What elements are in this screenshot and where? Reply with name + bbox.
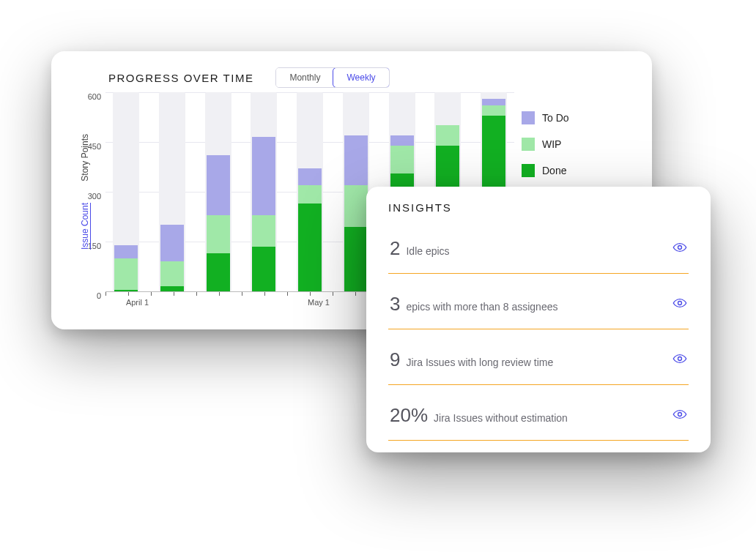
insight-label: Jira Issues with long review time xyxy=(406,356,553,368)
bar-slot xyxy=(108,92,144,291)
legend-item-done: Done xyxy=(522,164,631,177)
insight-value: 9 xyxy=(390,348,400,371)
bar-segment-todo xyxy=(207,155,230,215)
legend-label-wip: WIP xyxy=(542,138,561,150)
swatch-todo xyxy=(522,111,535,124)
bar-stack[interactable] xyxy=(298,168,322,291)
bar-segment-done xyxy=(252,247,275,291)
bar-segment-done xyxy=(207,253,230,291)
bar-segment-todo xyxy=(482,99,505,105)
bar-segment-todo xyxy=(252,137,275,215)
xtick-label: April 1 xyxy=(126,298,149,307)
bar-segment-todo xyxy=(114,245,138,258)
legend-item-wip: WIP xyxy=(522,138,631,151)
insight-label: epics with more than 8 assignees xyxy=(406,301,557,313)
insight-row: 2Idle epics xyxy=(388,218,689,274)
bar-segment-todo xyxy=(390,135,414,146)
swatch-done xyxy=(522,164,535,177)
chart-legend: To Do WIP Done xyxy=(522,111,631,177)
bar-segment-wip xyxy=(482,105,505,116)
toggle-weekly[interactable]: Weekly xyxy=(333,67,389,88)
legend-label-todo: To Do xyxy=(542,112,569,124)
toggle-monthly[interactable]: Monthly xyxy=(276,68,333,87)
bar-segment-wip xyxy=(298,185,322,204)
period-toggle: Monthly Weekly xyxy=(275,67,389,88)
bar-segment-wip xyxy=(390,146,414,174)
eye-icon[interactable] xyxy=(672,407,687,422)
bar-stack[interactable] xyxy=(207,155,230,291)
insight-row: 20%Jira Issues without estimation xyxy=(388,385,689,441)
insights-title: INSIGHTS xyxy=(388,201,689,214)
eye-icon[interactable] xyxy=(672,351,687,366)
bar-segment-wip xyxy=(436,125,459,145)
svg-point-0 xyxy=(678,246,682,250)
insight-value: 20% xyxy=(390,404,428,427)
swatch-wip xyxy=(522,138,535,151)
bar-segment-todo xyxy=(298,168,322,185)
ytick: 0 xyxy=(97,291,101,300)
bar-segment-done xyxy=(344,227,368,291)
bar-slot xyxy=(201,92,236,291)
xtick-label: May 1 xyxy=(308,298,330,307)
bar-segment-done xyxy=(298,204,322,291)
progress-title: PROGRESS OVER TIME xyxy=(108,72,253,84)
insight-value: 3 xyxy=(390,293,400,316)
bar-stack[interactable] xyxy=(160,225,184,291)
bar-stack[interactable] xyxy=(344,135,368,291)
bar-slot xyxy=(155,92,190,291)
insight-row: 9Jira Issues with long review time xyxy=(388,329,689,385)
bar-stack[interactable] xyxy=(114,245,138,291)
bar-segment-wip xyxy=(114,258,138,290)
bar-stack[interactable] xyxy=(252,137,275,291)
bar-segment-wip xyxy=(344,185,368,227)
bar-slot xyxy=(246,92,281,291)
legend-item-todo: To Do xyxy=(522,111,631,124)
svg-point-2 xyxy=(678,357,682,361)
yaxis-label-issue-count[interactable]: Issue Count xyxy=(80,203,90,250)
eye-icon[interactable] xyxy=(672,240,687,255)
yaxis-label-story-points: Story Points xyxy=(80,134,90,182)
insight-label: Idle epics xyxy=(406,245,449,257)
svg-point-3 xyxy=(678,413,682,417)
bar-segment-wip xyxy=(252,215,275,247)
eye-icon[interactable] xyxy=(672,296,687,310)
bar-slot xyxy=(292,92,327,291)
bar-segment-done xyxy=(160,286,184,291)
bar-segment-wip xyxy=(160,261,184,286)
legend-label-done: Done xyxy=(542,165,566,176)
insights-card: INSIGHTS 2Idle epics3epics with more tha… xyxy=(366,187,711,452)
bar-segment-todo xyxy=(344,135,368,185)
insight-label: Jira Issues without estimation xyxy=(434,412,568,424)
insight-row: 3epics with more than 8 assignees xyxy=(388,274,689,329)
bar-segment-wip xyxy=(207,215,230,253)
svg-point-1 xyxy=(678,302,682,305)
insight-value: 2 xyxy=(390,237,400,260)
bar-segment-todo xyxy=(160,225,184,261)
